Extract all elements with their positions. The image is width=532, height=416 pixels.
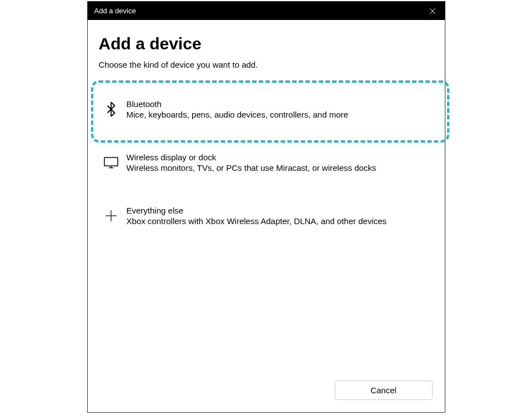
option-text: Everything else Xbox controllers with Xb… bbox=[127, 206, 429, 226]
close-icon[interactable] bbox=[427, 6, 438, 17]
dialog-content: Add a device Choose the kind of device y… bbox=[88, 20, 445, 412]
option-desc: Mice, keyboards, pens, audio devices, co… bbox=[127, 110, 429, 119]
option-desc: Wireless monitors, TVs, or PCs that use … bbox=[127, 163, 429, 173]
device-options: Bluetooth Mice, keyboards, pens, audio d… bbox=[99, 83, 434, 242]
option-wireless-display[interactable]: Wireless display or dock Wireless monito… bbox=[99, 136, 434, 189]
option-everything-else[interactable]: Everything else Xbox controllers with Xb… bbox=[99, 189, 434, 242]
option-text: Wireless display or dock Wireless monito… bbox=[127, 153, 429, 173]
option-title: Everything else bbox=[127, 206, 429, 215]
option-text: Bluetooth Mice, keyboards, pens, audio d… bbox=[127, 99, 429, 119]
window-title: Add a device bbox=[94, 7, 136, 15]
monitor-icon bbox=[103, 155, 119, 170]
page-title: Add a device bbox=[99, 34, 434, 53]
option-desc: Xbox controllers with Xbox Wireless Adap… bbox=[127, 216, 429, 226]
add-device-dialog: Add a device Add a device Choose the kin… bbox=[87, 1, 445, 413]
plus-icon bbox=[103, 208, 119, 224]
svg-rect-0 bbox=[104, 158, 118, 166]
option-title: Wireless display or dock bbox=[127, 153, 429, 162]
titlebar: Add a device bbox=[88, 2, 445, 20]
dialog-footer: Cancel bbox=[335, 381, 433, 400]
bluetooth-icon bbox=[103, 102, 119, 117]
option-bluetooth[interactable]: Bluetooth Mice, keyboards, pens, audio d… bbox=[99, 83, 434, 136]
option-title: Bluetooth bbox=[127, 99, 429, 109]
page-subtitle: Choose the kind of device you want to ad… bbox=[99, 60, 434, 69]
cancel-button[interactable]: Cancel bbox=[335, 381, 433, 400]
